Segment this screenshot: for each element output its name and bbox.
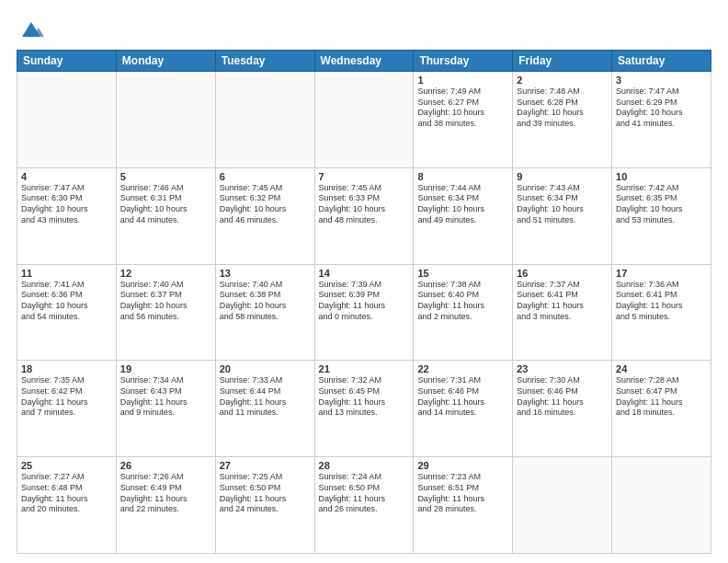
calendar-cell: 21Sunrise: 7:32 AM Sunset: 6:45 PM Dayli… [314, 361, 414, 457]
calendar-cell: 3Sunrise: 7:47 AM Sunset: 6:29 PM Daylig… [612, 72, 711, 168]
day-info: Sunrise: 7:38 AM Sunset: 6:40 PM Dayligh… [417, 280, 508, 323]
day-info: Sunrise: 7:25 AM Sunset: 6:50 PM Dayligh… [220, 472, 311, 515]
logo [17, 17, 44, 42]
day-info: Sunrise: 7:46 AM Sunset: 6:31 PM Dayligh… [120, 183, 211, 226]
day-number: 28 [319, 460, 410, 471]
day-number: 25 [21, 460, 112, 471]
day-number: 18 [21, 363, 112, 374]
day-info: Sunrise: 7:40 AM Sunset: 6:38 PM Dayligh… [220, 280, 311, 323]
day-info: Sunrise: 7:33 AM Sunset: 6:44 PM Dayligh… [220, 375, 311, 419]
calendar-cell [215, 72, 314, 168]
day-number: 15 [417, 268, 508, 279]
col-header-saturday: Saturday [612, 51, 711, 72]
day-info: Sunrise: 7:37 AM Sunset: 6:41 PM Dayligh… [517, 280, 608, 323]
day-info: Sunrise: 7:40 AM Sunset: 6:37 PM Dayligh… [120, 280, 211, 323]
day-info: Sunrise: 7:45 AM Sunset: 6:33 PM Dayligh… [319, 183, 410, 226]
calendar-cell: 11Sunrise: 7:41 AM Sunset: 6:36 PM Dayli… [17, 264, 117, 361]
day-info: Sunrise: 7:49 AM Sunset: 6:27 PM Dayligh… [417, 86, 508, 130]
calendar-cell: 13Sunrise: 7:40 AM Sunset: 6:38 PM Dayli… [215, 264, 314, 361]
day-number: 22 [417, 363, 508, 374]
day-info: Sunrise: 7:47 AM Sunset: 6:29 PM Dayligh… [616, 86, 707, 130]
day-info: Sunrise: 7:41 AM Sunset: 6:36 PM Dayligh… [21, 280, 112, 323]
day-number: 10 [616, 171, 707, 182]
calendar-cell: 14Sunrise: 7:39 AM Sunset: 6:39 PM Dayli… [314, 264, 414, 361]
day-number: 12 [120, 268, 211, 279]
day-number: 17 [616, 268, 707, 279]
calendar-cell: 7Sunrise: 7:45 AM Sunset: 6:33 PM Daylig… [314, 167, 414, 264]
day-info: Sunrise: 7:24 AM Sunset: 6:50 PM Dayligh… [319, 472, 410, 515]
calendar-cell: 2Sunrise: 7:48 AM Sunset: 6:28 PM Daylig… [513, 72, 612, 168]
calendar-cell: 10Sunrise: 7:42 AM Sunset: 6:35 PM Dayli… [612, 167, 711, 264]
calendar-cell: 5Sunrise: 7:46 AM Sunset: 6:31 PM Daylig… [116, 167, 215, 264]
day-number: 8 [417, 171, 508, 182]
calendar-cell: 9Sunrise: 7:43 AM Sunset: 6:34 PM Daylig… [513, 167, 612, 264]
day-info: Sunrise: 7:28 AM Sunset: 6:47 PM Dayligh… [616, 375, 707, 419]
day-info: Sunrise: 7:47 AM Sunset: 6:30 PM Dayligh… [21, 183, 112, 226]
calendar-cell: 6Sunrise: 7:45 AM Sunset: 6:32 PM Daylig… [215, 167, 314, 264]
day-number: 5 [120, 171, 211, 182]
col-header-monday: Monday [116, 51, 215, 72]
day-number: 4 [21, 171, 112, 182]
calendar-cell: 20Sunrise: 7:33 AM Sunset: 6:44 PM Dayli… [215, 361, 314, 457]
day-info: Sunrise: 7:32 AM Sunset: 6:45 PM Dayligh… [319, 375, 410, 419]
calendar-cell: 8Sunrise: 7:44 AM Sunset: 6:34 PM Daylig… [414, 167, 513, 264]
day-number: 7 [319, 171, 410, 182]
calendar-cell [314, 72, 414, 168]
calendar-cell: 15Sunrise: 7:38 AM Sunset: 6:40 PM Dayli… [414, 264, 513, 361]
day-info: Sunrise: 7:23 AM Sunset: 6:51 PM Dayligh… [417, 472, 508, 515]
header [17, 17, 711, 42]
day-number: 16 [517, 268, 608, 279]
day-number: 14 [319, 268, 410, 279]
calendar-table: SundayMondayTuesdayWednesdayThursdayFrid… [17, 50, 711, 554]
calendar-cell: 12Sunrise: 7:40 AM Sunset: 6:37 PM Dayli… [116, 264, 215, 361]
day-info: Sunrise: 7:39 AM Sunset: 6:39 PM Dayligh… [319, 280, 410, 323]
day-number: 21 [319, 363, 410, 374]
calendar-cell: 17Sunrise: 7:36 AM Sunset: 6:41 PM Dayli… [612, 264, 711, 361]
day-info: Sunrise: 7:26 AM Sunset: 6:49 PM Dayligh… [120, 472, 211, 515]
day-number: 11 [21, 268, 112, 279]
col-header-sunday: Sunday [17, 51, 117, 72]
calendar-header-row: SundayMondayTuesdayWednesdayThursdayFrid… [17, 51, 711, 72]
calendar-cell: 24Sunrise: 7:28 AM Sunset: 6:47 PM Dayli… [612, 361, 711, 457]
calendar-cell: 28Sunrise: 7:24 AM Sunset: 6:50 PM Dayli… [314, 457, 414, 554]
calendar-cell [513, 457, 612, 554]
day-number: 20 [220, 363, 311, 374]
day-info: Sunrise: 7:48 AM Sunset: 6:28 PM Dayligh… [517, 86, 608, 130]
col-header-wednesday: Wednesday [314, 51, 414, 72]
week-row-2: 4Sunrise: 7:47 AM Sunset: 6:30 PM Daylig… [17, 167, 711, 264]
day-number: 26 [120, 460, 211, 471]
day-number: 29 [417, 460, 508, 471]
day-info: Sunrise: 7:45 AM Sunset: 6:32 PM Dayligh… [220, 183, 311, 226]
day-number: 2 [517, 75, 608, 86]
col-header-tuesday: Tuesday [215, 51, 314, 72]
day-info: Sunrise: 7:43 AM Sunset: 6:34 PM Dayligh… [517, 183, 608, 226]
day-info: Sunrise: 7:35 AM Sunset: 6:42 PM Dayligh… [21, 375, 112, 419]
calendar-cell [116, 72, 215, 168]
col-header-friday: Friday [513, 51, 612, 72]
calendar-cell: 26Sunrise: 7:26 AM Sunset: 6:49 PM Dayli… [116, 457, 215, 554]
calendar-cell: 25Sunrise: 7:27 AM Sunset: 6:48 PM Dayli… [17, 457, 117, 554]
calendar-cell: 4Sunrise: 7:47 AM Sunset: 6:30 PM Daylig… [17, 167, 117, 264]
day-number: 23 [517, 363, 608, 374]
calendar-cell [17, 72, 117, 168]
day-info: Sunrise: 7:30 AM Sunset: 6:46 PM Dayligh… [517, 375, 608, 419]
calendar-cell: 19Sunrise: 7:34 AM Sunset: 6:43 PM Dayli… [116, 361, 215, 457]
day-info: Sunrise: 7:42 AM Sunset: 6:35 PM Dayligh… [616, 183, 707, 226]
week-row-3: 11Sunrise: 7:41 AM Sunset: 6:36 PM Dayli… [17, 264, 711, 361]
calendar-cell: 1Sunrise: 7:49 AM Sunset: 6:27 PM Daylig… [414, 72, 513, 168]
calendar-cell: 29Sunrise: 7:23 AM Sunset: 6:51 PM Dayli… [414, 457, 513, 554]
week-row-4: 18Sunrise: 7:35 AM Sunset: 6:42 PM Dayli… [17, 361, 711, 457]
page: SundayMondayTuesdayWednesdayThursdayFrid… [0, 0, 728, 563]
calendar-cell: 27Sunrise: 7:25 AM Sunset: 6:50 PM Dayli… [215, 457, 314, 554]
day-number: 27 [220, 460, 311, 471]
day-info: Sunrise: 7:31 AM Sunset: 6:46 PM Dayligh… [417, 375, 508, 419]
day-number: 3 [616, 75, 707, 86]
col-header-thursday: Thursday [414, 51, 513, 72]
day-number: 19 [120, 363, 211, 374]
week-row-5: 25Sunrise: 7:27 AM Sunset: 6:48 PM Dayli… [17, 457, 711, 554]
calendar-cell: 22Sunrise: 7:31 AM Sunset: 6:46 PM Dayli… [414, 361, 513, 457]
logo-icon [18, 17, 44, 42]
day-info: Sunrise: 7:36 AM Sunset: 6:41 PM Dayligh… [616, 280, 707, 323]
calendar-cell: 16Sunrise: 7:37 AM Sunset: 6:41 PM Dayli… [513, 264, 612, 361]
calendar-cell: 23Sunrise: 7:30 AM Sunset: 6:46 PM Dayli… [513, 361, 612, 457]
